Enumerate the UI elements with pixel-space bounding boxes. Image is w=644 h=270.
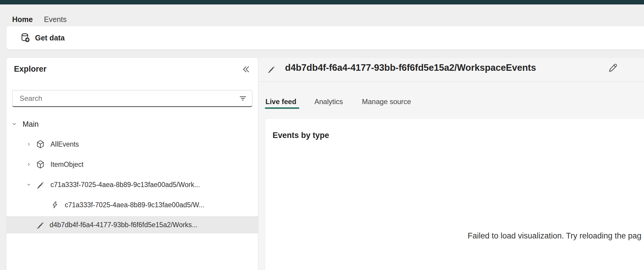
tree-node-label: c71a333f-7025-4aea-8b89-9c13fae00ad5/Wor… <box>50 181 200 189</box>
tab-home[interactable]: Home <box>12 15 33 23</box>
card-title: Events by type <box>273 131 329 140</box>
cube-icon <box>36 139 45 149</box>
filter-icon[interactable] <box>238 93 248 103</box>
tree-node-eventstream-c71a333f[interactable]: c71a333f-7025-4aea-8b89-9c13fae00ad5/Wor… <box>7 176 258 193</box>
tab-analytics[interactable]: Analytics <box>314 98 343 106</box>
chevron-down-icon[interactable] <box>27 183 31 187</box>
eventstream-icon <box>36 180 45 189</box>
eventstream-icon <box>267 64 276 75</box>
chevron-down-icon[interactable] <box>12 122 17 126</box>
tab-events[interactable]: Events <box>44 15 67 23</box>
search-input[interactable] <box>19 94 238 103</box>
tree-node-label: AllEvents <box>50 140 79 148</box>
tree-node-label: ItemObject <box>50 161 83 169</box>
explorer-search-box <box>12 90 252 107</box>
chevron-right-icon[interactable] <box>27 162 31 167</box>
tree-node-label: c71a333f-7025-4aea-8b89-9c13fae00ad5/W..… <box>65 201 205 209</box>
pencil-icon[interactable] <box>608 63 618 74</box>
tab-manage-source[interactable]: Manage source <box>362 98 411 106</box>
explorer-panel: Explorer Main <box>7 58 258 270</box>
tree-node-itemobject[interactable]: ItemObject <box>7 156 258 173</box>
app-window: Home Events Get data Explorer <box>0 0 644 270</box>
lightning-icon <box>51 201 59 209</box>
tree-node-label: Main <box>23 120 39 128</box>
active-tab-underline <box>265 107 299 109</box>
tree-node-allevents[interactable]: AllEvents <box>7 136 258 153</box>
top-accent-bar <box>0 0 644 4</box>
double-chevron-left-icon[interactable] <box>241 65 251 74</box>
database-arrow-icon <box>20 33 30 43</box>
events-by-type-card: Events by type Failed to load visualizat… <box>265 119 644 270</box>
explorer-panel-title: Explorer <box>14 65 47 74</box>
tree-node-main[interactable]: Main <box>7 116 258 132</box>
eventstream-icon <box>36 220 45 230</box>
ribbon-toolbar: Get data <box>7 26 644 49</box>
ribbon-tab-strip: Home Events <box>0 4 644 26</box>
get-data-button[interactable]: Get data <box>20 26 65 49</box>
visualization-error-message: Failed to load visualization. Try reload… <box>468 231 641 241</box>
title-divider <box>259 81 644 82</box>
cube-icon <box>36 160 45 169</box>
tree-node-label: d4b7db4f-f6a4-4177-93bb-f6f6fd5e15a2/Wor… <box>50 221 197 229</box>
tab-live-feed[interactable]: Live feed <box>265 98 296 106</box>
chevron-right-icon[interactable] <box>27 142 31 146</box>
tree-node-eventstream-d4b7db4f-selected[interactable]: d4b7db4f-f6a4-4177-93bb-f6f6fd5e15a2/Wor… <box>7 216 258 233</box>
main-panel: d4b7db4f-f6a4-4177-93bb-f6f6fd5e15a2/Wor… <box>259 58 644 270</box>
get-data-label: Get data <box>35 34 65 42</box>
tree-node-derived-stream-c71a333f[interactable]: c71a333f-7025-4aea-8b89-9c13fae00ad5/W..… <box>7 197 258 213</box>
page-title: d4b7db4f-f6a4-4177-93bb-f6f6fd5e15a2/Wor… <box>285 62 536 73</box>
